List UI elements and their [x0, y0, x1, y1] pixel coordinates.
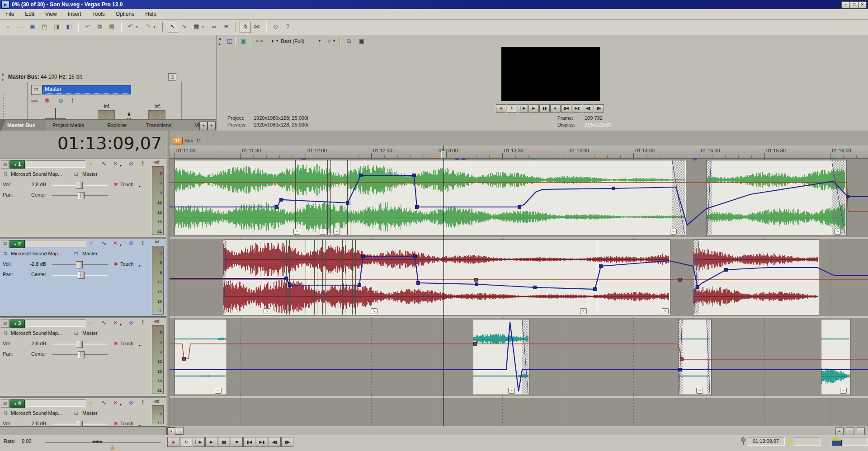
- menu-item-tools[interactable]: Tools: [87, 9, 110, 19]
- normal-edit-tool-icon[interactable]: ↖: [167, 22, 178, 33]
- menu-item-options[interactable]: Options: [110, 9, 140, 19]
- enable-snapping-icon[interactable]: ⋔: [240, 22, 251, 33]
- device-name[interactable]: Microsoft Sound Map...: [11, 251, 62, 256]
- audio-event[interactable]: [706, 160, 847, 236]
- record-arm-icon[interactable]: ○: [86, 399, 95, 407]
- solo-icon[interactable]: !: [138, 399, 147, 407]
- go-to-end-button[interactable]: ▶▮: [256, 437, 268, 447]
- track-envelope-icon[interactable]: ∿: [99, 160, 108, 168]
- menu-item-insert[interactable]: Insert: [62, 9, 87, 19]
- bus-name[interactable]: Master: [82, 330, 98, 336]
- volume-value[interactable]: -2.8 dB: [23, 421, 46, 426]
- pan-slider-thumb[interactable]: [78, 272, 85, 279]
- rate-marker-icon[interactable]: [110, 445, 115, 450]
- next-frame-button[interactable]: ▮▶: [281, 437, 293, 447]
- timecode-display[interactable]: 01:13:09,07: [57, 133, 162, 153]
- audio-event[interactable]: [473, 319, 530, 395]
- marker-tag[interactable]: 11: [173, 137, 183, 145]
- automation-settings-icon[interactable]: ✱: [111, 261, 120, 268]
- volume-slider-thumb[interactable]: [76, 421, 83, 427]
- automation-mode[interactable]: Touch: [120, 261, 133, 267]
- bus-assign-icon[interactable]: ⊡: [72, 330, 80, 337]
- event-fx-icon[interactable]: ∿: [834, 229, 841, 235]
- routing-icon[interactable]: ⇅: [1, 250, 10, 258]
- volume-value[interactable]: -2,8 dB: [23, 341, 46, 346]
- routing-icon[interactable]: ⇅: [1, 171, 10, 178]
- volume-slider-thumb[interactable]: [76, 182, 83, 189]
- automatic-crossfades-icon[interactable]: ⋈: [252, 22, 262, 32]
- meter-clip-left[interactable]: -Inf.: [98, 104, 115, 109]
- envelope-edit-tool-icon[interactable]: ∿: [179, 22, 189, 32]
- import-media-icon[interactable]: ◨: [52, 22, 62, 32]
- event-split[interactable]: [306, 240, 306, 315]
- ignore-event-grouping-icon[interactable]: ∞: [209, 22, 219, 32]
- lock-envelopes-icon[interactable]: ⊜: [270, 22, 281, 32]
- event-split[interactable]: [317, 240, 317, 315]
- play-from-start-button[interactable]: ▏▶: [193, 437, 205, 447]
- pause-button[interactable]: ▮▮: [218, 437, 230, 447]
- track-splitter[interactable]: [166, 131, 170, 427]
- split-screen-icon-dropdown-icon[interactable]: ▾: [276, 37, 278, 46]
- automation-settings-icon[interactable]: ✱: [111, 340, 120, 348]
- external-monitor-icon[interactable]: ▣: [238, 37, 248, 46]
- home-icon[interactable]: [832, 440, 842, 446]
- play-button[interactable]: ▶: [528, 104, 539, 113]
- audio-event[interactable]: [678, 319, 712, 395]
- track-envelope-icon[interactable]: ∿: [99, 399, 108, 407]
- bus-assign-icon[interactable]: ⊡: [72, 171, 80, 178]
- pan-slider-thumb[interactable]: [78, 351, 85, 358]
- mute-icon[interactable]: ⊘: [58, 97, 63, 104]
- device-name[interactable]: Microsoft Sound Map...: [11, 171, 62, 177]
- go-to-start-button[interactable]: ▮◀: [243, 437, 255, 447]
- event-split[interactable]: [350, 160, 350, 235]
- track-grip-icon[interactable]: ▤: [1, 240, 9, 248]
- track-number-badge[interactable]: ◄4: [9, 399, 25, 408]
- record-arm-icon[interactable]: ○: [86, 160, 95, 168]
- event-fx-icon[interactable]: ∿: [580, 308, 587, 314]
- event-fx-icon[interactable]: ∿: [215, 388, 222, 394]
- rate-scrub-handle[interactable]: ◀◀▶▶: [92, 439, 103, 444]
- event-fx-icon[interactable]: ∿: [840, 388, 847, 394]
- event-split[interactable]: [286, 240, 287, 315]
- track-name-field[interactable]: [26, 160, 85, 168]
- event-split[interactable]: [322, 240, 323, 315]
- panel-close-icon[interactable]: ✕: [218, 37, 222, 41]
- menu-item-edit[interactable]: Edit: [19, 9, 40, 19]
- auto-ripple-icon[interactable]: ≋: [221, 22, 231, 32]
- volume-slider-thumb[interactable]: [76, 341, 83, 348]
- event-fx-icon[interactable]: ∿: [320, 229, 326, 235]
- open-project-icon[interactable]: ▭: [15, 22, 25, 32]
- marker-bar[interactable]: 11 Son_11: [170, 131, 868, 146]
- routing-icon[interactable]: ⇅: [1, 410, 10, 417]
- video-output-fx-icon[interactable]: o▭o: [255, 37, 264, 46]
- track-grip-icon[interactable]: ▤: [1, 399, 9, 408]
- event-fx-icon[interactable]: ∿: [696, 388, 703, 394]
- meter-clip-right[interactable]: -Inf.: [148, 104, 165, 109]
- audio-event[interactable]: [175, 319, 227, 395]
- volume-value[interactable]: -2,8 dB: [23, 182, 46, 187]
- track-name-field[interactable]: [26, 399, 85, 407]
- track-number-badge[interactable]: ◄1: [9, 160, 25, 169]
- track-envelope-icon[interactable]: ∿: [99, 240, 108, 247]
- pan-value[interactable]: Center: [23, 272, 46, 277]
- event-fx-icon[interactable]: ∿: [333, 229, 340, 235]
- save-project-icon[interactable]: ▣: [27, 22, 38, 32]
- event-split[interactable]: [330, 160, 331, 235]
- record-button[interactable]: ◉: [167, 437, 179, 447]
- rate-slider-groove[interactable]: [45, 442, 160, 443]
- event-split[interactable]: [299, 160, 299, 235]
- previous-frame-button[interactable]: ◀▮: [583, 104, 593, 113]
- project-properties-icon[interactable]: ◳: [39, 22, 50, 32]
- track-header-4[interactable]: ▤◄4○∿✕▾⊘!⇅Microsoft Sound Map...⊡MasterV…: [0, 398, 166, 427]
- automation-mode[interactable]: Touch: [120, 182, 133, 187]
- event-split[interactable]: [309, 240, 309, 315]
- track-fx-dropdown-icon[interactable]: ▾: [118, 321, 123, 329]
- automation-dropdown-icon[interactable]: ▾: [137, 422, 142, 427]
- automation-settings-icon[interactable]: ✱: [111, 181, 120, 188]
- tab-scroll-right-icon[interactable]: ▸: [208, 122, 216, 130]
- redo-icon[interactable]: ↷: [143, 22, 153, 32]
- overlay-grid-icon-dropdown-icon[interactable]: ▾: [333, 37, 335, 46]
- event-split[interactable]: [347, 160, 348, 235]
- minimize-button[interactable]: –: [841, 1, 850, 9]
- track-lane-4[interactable]: [170, 398, 868, 426]
